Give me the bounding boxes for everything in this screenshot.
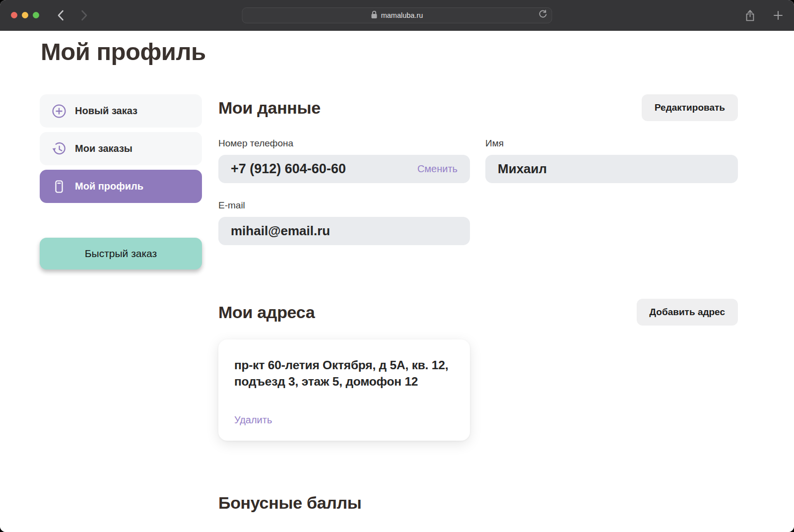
minimize-window-button[interactable]	[22, 12, 28, 18]
phone-value: +7 (912) 604-60-60	[231, 161, 346, 177]
lock-icon	[371, 10, 378, 21]
address-text: пр-кт 60-летия Октября, д 5А, кв. 12, по…	[234, 357, 455, 390]
addresses-title: Мои адреса	[218, 303, 315, 322]
reload-icon[interactable]	[539, 10, 547, 21]
name-field[interactable]: Михаил	[485, 155, 738, 183]
back-icon[interactable]	[54, 9, 67, 22]
window-controls	[11, 12, 39, 18]
address-bar[interactable]: mamaluba.ru	[242, 7, 552, 23]
sidebar-item-label: Новый заказ	[75, 105, 137, 117]
plus-circle-icon	[52, 104, 66, 119]
add-address-button[interactable]: Добавить адрес	[637, 299, 738, 326]
bonus-title: Бонусные баллы	[218, 493, 738, 513]
my-data-title: Мои данные	[218, 98, 321, 118]
sidebar-item-label: Мои заказы	[75, 143, 132, 154]
name-field-group: Имя Михаил	[485, 138, 738, 183]
page-title: Мой профиль	[41, 38, 794, 66]
quick-order-button[interactable]: Быстрый заказ	[40, 238, 202, 269]
phone-field[interactable]: +7 (912) 604-60-60 Сменить	[218, 155, 470, 183]
address-card: пр-кт 60-летия Октября, д 5А, кв. 12, по…	[218, 339, 470, 441]
sidebar: Новый заказ Мои заказы	[40, 94, 202, 513]
quick-order-label: Быстрый заказ	[85, 248, 157, 260]
sidebar-item-label: Мой профиль	[75, 181, 143, 192]
name-value: Михаил	[498, 161, 547, 177]
phone-field-group: Номер телефона +7 (912) 604-60-60 Сменит…	[218, 138, 470, 183]
new-tab-icon[interactable]	[773, 10, 783, 20]
close-window-button[interactable]	[11, 12, 17, 18]
section-addresses: Мои адреса Добавить адрес пр-кт 60-летия…	[218, 299, 738, 441]
email-label: E-mail	[218, 200, 470, 211]
browser-nav	[54, 9, 91, 22]
email-field-group: E-mail mihail@email.ru	[218, 200, 470, 245]
section-bonus: Бонусные баллы	[218, 493, 738, 513]
page-content: Мой профиль Новый заказ	[0, 31, 794, 532]
sidebar-item-my-profile[interactable]: Мой профиль	[40, 170, 202, 203]
forward-icon[interactable]	[78, 9, 91, 22]
phone-icon	[52, 179, 66, 194]
browser-toolbar: mamaluba.ru	[0, 0, 794, 31]
name-label: Имя	[485, 138, 738, 149]
zoom-window-button[interactable]	[33, 12, 39, 18]
history-clock-icon	[52, 141, 66, 156]
delete-address-link[interactable]: Удалить	[234, 414, 272, 426]
section-my-data: Мои данные Редактировать Номер телефона …	[218, 94, 738, 245]
edit-button[interactable]: Редактировать	[642, 94, 738, 121]
browser-window: mamaluba.ru Мой профиль Нов	[0, 0, 794, 532]
email-value: mihail@email.ru	[231, 223, 330, 239]
change-phone-link[interactable]: Сменить	[417, 163, 458, 175]
toolbar-right	[745, 9, 783, 22]
share-icon[interactable]	[745, 9, 755, 22]
main-content: Мои данные Редактировать Номер телефона …	[218, 94, 738, 513]
phone-label: Номер телефона	[218, 138, 470, 149]
url-text: mamaluba.ru	[381, 11, 423, 19]
email-field[interactable]: mihail@email.ru	[218, 217, 470, 245]
sidebar-item-new-order[interactable]: Новый заказ	[40, 94, 202, 128]
sidebar-item-my-orders[interactable]: Мои заказы	[40, 132, 202, 165]
